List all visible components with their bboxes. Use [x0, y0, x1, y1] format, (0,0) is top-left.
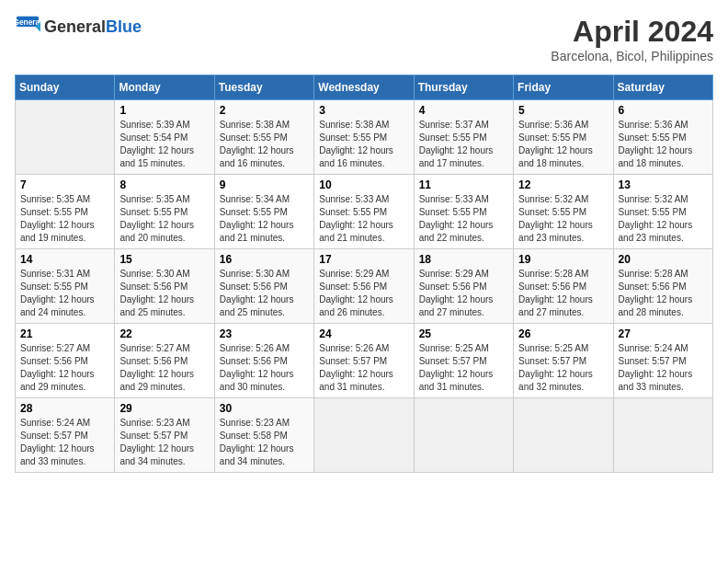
- calendar-cell: [514, 398, 613, 473]
- day-info: Sunrise: 5:23 AM Sunset: 5:57 PM Dayligh…: [119, 417, 209, 468]
- calendar-cell: 26Sunrise: 5:25 AM Sunset: 5:57 PM Dayli…: [514, 324, 613, 398]
- day-number: 19: [518, 253, 608, 266]
- logo: General GeneralBlue: [15, 15, 142, 40]
- day-info: Sunrise: 5:31 AM Sunset: 5:55 PM Dayligh…: [20, 268, 109, 319]
- col-header-saturday: Saturday: [613, 75, 712, 100]
- day-number: 15: [119, 253, 209, 266]
- day-info: Sunrise: 5:25 AM Sunset: 5:57 PM Dayligh…: [419, 342, 508, 394]
- day-info: Sunrise: 5:25 AM Sunset: 5:57 PM Dayligh…: [518, 342, 608, 394]
- calendar-cell: 29Sunrise: 5:23 AM Sunset: 5:57 PM Dayli…: [115, 398, 214, 473]
- day-number: 12: [518, 178, 608, 191]
- calendar-cell: 25Sunrise: 5:25 AM Sunset: 5:57 PM Dayli…: [414, 324, 513, 398]
- calendar-cell: 7Sunrise: 5:35 AM Sunset: 5:55 PM Daylig…: [16, 175, 115, 249]
- calendar-cell: [16, 100, 115, 175]
- col-header-sunday: Sunday: [16, 75, 115, 100]
- day-number: 8: [119, 178, 209, 191]
- col-header-monday: Monday: [115, 75, 214, 100]
- calendar-cell: 22Sunrise: 5:27 AM Sunset: 5:56 PM Dayli…: [115, 324, 214, 398]
- day-number: 25: [419, 327, 508, 340]
- day-info: Sunrise: 5:28 AM Sunset: 5:56 PM Dayligh…: [518, 268, 608, 319]
- location-title: Barcelona, Bicol, Philippines: [551, 49, 713, 63]
- calendar-cell: 9Sunrise: 5:34 AM Sunset: 5:55 PM Daylig…: [214, 175, 313, 249]
- col-header-thursday: Thursday: [414, 75, 513, 100]
- calendar-cell: 4Sunrise: 5:37 AM Sunset: 5:55 PM Daylig…: [414, 100, 513, 175]
- calendar-cell: 20Sunrise: 5:28 AM Sunset: 5:56 PM Dayli…: [613, 249, 712, 324]
- logo-icon: General: [15, 15, 40, 40]
- col-header-friday: Friday: [514, 75, 613, 100]
- day-info: Sunrise: 5:26 AM Sunset: 5:56 PM Dayligh…: [220, 342, 309, 394]
- day-number: 14: [20, 253, 109, 266]
- day-number: 4: [419, 104, 508, 117]
- day-number: 13: [619, 178, 708, 191]
- calendar-cell: 11Sunrise: 5:33 AM Sunset: 5:55 PM Dayli…: [414, 175, 513, 249]
- day-number: 18: [419, 253, 508, 266]
- day-info: Sunrise: 5:26 AM Sunset: 5:57 PM Dayligh…: [319, 342, 408, 394]
- day-number: 11: [419, 178, 508, 191]
- col-header-wednesday: Wednesday: [314, 75, 414, 100]
- calendar-cell: 23Sunrise: 5:26 AM Sunset: 5:56 PM Dayli…: [214, 324, 313, 398]
- day-number: 17: [319, 253, 408, 266]
- day-number: 3: [319, 104, 408, 117]
- calendar-cell: 24Sunrise: 5:26 AM Sunset: 5:57 PM Dayli…: [314, 324, 414, 398]
- day-info: Sunrise: 5:37 AM Sunset: 5:55 PM Dayligh…: [419, 119, 508, 170]
- day-info: Sunrise: 5:32 AM Sunset: 5:55 PM Dayligh…: [619, 193, 708, 245]
- day-number: 30: [220, 402, 309, 415]
- day-info: Sunrise: 5:27 AM Sunset: 5:56 PM Dayligh…: [119, 342, 209, 394]
- calendar-cell: 28Sunrise: 5:24 AM Sunset: 5:57 PM Dayli…: [16, 398, 115, 473]
- day-info: Sunrise: 5:35 AM Sunset: 5:55 PM Dayligh…: [119, 193, 209, 245]
- calendar-cell: [314, 398, 414, 473]
- day-info: Sunrise: 5:34 AM Sunset: 5:55 PM Dayligh…: [220, 193, 309, 245]
- day-number: 1: [119, 104, 209, 117]
- day-number: 22: [119, 327, 209, 340]
- day-info: Sunrise: 5:30 AM Sunset: 5:56 PM Dayligh…: [220, 268, 309, 319]
- calendar-cell: [414, 398, 513, 473]
- day-info: Sunrise: 5:24 AM Sunset: 5:57 PM Dayligh…: [619, 342, 708, 394]
- page-header: General GeneralBlue April 2024 Barcelona…: [15, 15, 713, 63]
- day-info: Sunrise: 5:36 AM Sunset: 5:55 PM Dayligh…: [619, 119, 708, 170]
- calendar-cell: 15Sunrise: 5:30 AM Sunset: 5:56 PM Dayli…: [115, 249, 214, 324]
- day-number: 16: [220, 253, 309, 266]
- day-info: Sunrise: 5:38 AM Sunset: 5:55 PM Dayligh…: [319, 119, 408, 170]
- calendar-cell: [613, 398, 712, 473]
- calendar-cell: 12Sunrise: 5:32 AM Sunset: 5:55 PM Dayli…: [514, 175, 613, 249]
- calendar-cell: 13Sunrise: 5:32 AM Sunset: 5:55 PM Dayli…: [613, 175, 712, 249]
- day-info: Sunrise: 5:30 AM Sunset: 5:56 PM Dayligh…: [119, 268, 209, 319]
- day-number: 2: [220, 104, 309, 117]
- day-info: Sunrise: 5:28 AM Sunset: 5:56 PM Dayligh…: [619, 268, 708, 319]
- col-header-tuesday: Tuesday: [214, 75, 313, 100]
- day-number: 9: [220, 178, 309, 191]
- calendar-cell: 14Sunrise: 5:31 AM Sunset: 5:55 PM Dayli…: [16, 249, 115, 324]
- day-info: Sunrise: 5:35 AM Sunset: 5:55 PM Dayligh…: [20, 193, 109, 245]
- calendar-table: SundayMondayTuesdayWednesdayThursdayFrid…: [15, 75, 713, 473]
- day-info: Sunrise: 5:24 AM Sunset: 5:57 PM Dayligh…: [20, 417, 109, 468]
- day-number: 28: [20, 402, 109, 415]
- day-number: 7: [20, 178, 109, 191]
- day-info: Sunrise: 5:33 AM Sunset: 5:55 PM Dayligh…: [419, 193, 508, 245]
- day-info: Sunrise: 5:23 AM Sunset: 5:58 PM Dayligh…: [220, 417, 309, 468]
- day-info: Sunrise: 5:32 AM Sunset: 5:55 PM Dayligh…: [518, 193, 608, 245]
- day-number: 20: [619, 253, 708, 266]
- day-info: Sunrise: 5:36 AM Sunset: 5:55 PM Dayligh…: [518, 119, 608, 170]
- calendar-cell: 10Sunrise: 5:33 AM Sunset: 5:55 PM Dayli…: [314, 175, 414, 249]
- day-info: Sunrise: 5:39 AM Sunset: 5:54 PM Dayligh…: [119, 119, 209, 170]
- day-info: Sunrise: 5:29 AM Sunset: 5:56 PM Dayligh…: [319, 268, 408, 319]
- calendar-cell: 16Sunrise: 5:30 AM Sunset: 5:56 PM Dayli…: [214, 249, 313, 324]
- calendar-cell: 21Sunrise: 5:27 AM Sunset: 5:56 PM Dayli…: [16, 324, 115, 398]
- day-number: 27: [619, 327, 708, 340]
- day-number: 24: [319, 327, 408, 340]
- day-info: Sunrise: 5:27 AM Sunset: 5:56 PM Dayligh…: [20, 342, 109, 394]
- calendar-cell: 5Sunrise: 5:36 AM Sunset: 5:55 PM Daylig…: [514, 100, 613, 175]
- calendar-cell: 2Sunrise: 5:38 AM Sunset: 5:55 PM Daylig…: [214, 100, 313, 175]
- day-info: Sunrise: 5:29 AM Sunset: 5:56 PM Dayligh…: [419, 268, 508, 319]
- calendar-cell: 1Sunrise: 5:39 AM Sunset: 5:54 PM Daylig…: [115, 100, 214, 175]
- day-info: Sunrise: 5:38 AM Sunset: 5:55 PM Dayligh…: [220, 119, 309, 170]
- month-title: April 2024: [551, 15, 713, 49]
- day-number: 23: [220, 327, 309, 340]
- day-number: 21: [20, 327, 109, 340]
- day-number: 26: [518, 327, 608, 340]
- day-number: 10: [319, 178, 408, 191]
- calendar-cell: 18Sunrise: 5:29 AM Sunset: 5:56 PM Dayli…: [414, 249, 513, 324]
- title-block: April 2024 Barcelona, Bicol, Philippines: [551, 15, 713, 63]
- calendar-cell: 27Sunrise: 5:24 AM Sunset: 5:57 PM Dayli…: [613, 324, 712, 398]
- day-number: 5: [518, 104, 608, 117]
